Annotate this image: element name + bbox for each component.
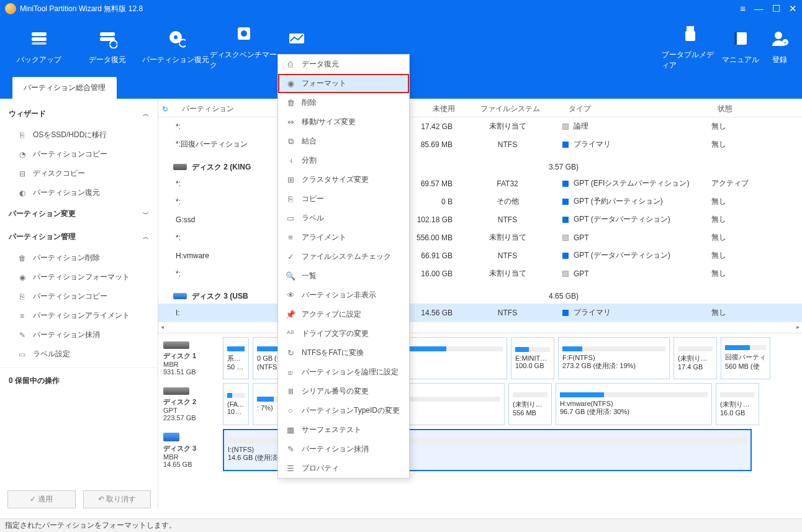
context-item-wipe[interactable]: ✎ パーティション抹消 [278,440,409,459]
col-state[interactable]: 状態 [710,104,785,114]
context-item-merge[interactable]: ⧉ 結合 [278,132,409,151]
cell-filesystem: 未割り当て [456,232,559,243]
sidebar-item-partition-align[interactable]: ≡パーティションアライメント [0,306,158,325]
table-row[interactable]: G:ssd 2 GB 102.18 GB NTFS GPT (データパーティショ… [158,210,802,228]
diskmap-block[interactable]: (未割り当て)16.0 GB [716,383,759,425]
table-row[interactable]: *: MB 69.57 MB FAT32 GPT (EFIシステムパーティション… [158,174,802,192]
context-item-properties[interactable]: ☰ プロパティ [278,459,409,478]
table-row[interactable]: *:回復パーティション MB 85.69 MB NTFS プライマリ 無し [158,135,802,153]
col-type[interactable]: タイプ [561,104,710,114]
surface-test-icon: ▦ [286,425,295,435]
data-recovery-icon [97,29,117,48]
alignment-icon: ≡ [286,233,295,243]
diskmap-block[interactable]: (未割り当て)17.4 GB [674,337,717,379]
toolbar-backup[interactable]: バックアップ [5,17,73,76]
diskmap-block[interactable]: (FAT32)100 MB [223,383,249,425]
sidebar-item-disk-copy[interactable]: ⊟ディスクコピー [0,164,158,183]
table-row[interactable]: *: MB 0 B その他 GPT (予約パーティション) 無し [158,192,802,210]
sidebar-item-partition-copy[interactable]: ◔パーティションコピー [0,145,158,164]
table-row[interactable]: I: MB 14.56 GB NTFS プライマリ 無し [158,304,802,322]
toolbar-register[interactable]: + 登録 [762,17,797,76]
disk-header-3[interactable]: ディスク 3 (USB 4.65 GB) [158,282,802,304]
context-item-ntfs-to-fat[interactable]: ↻ NTFSをFATに変換 [278,343,409,363]
toolbar-bootable-media[interactable]: ブータブルメディア [662,17,719,76]
disk-header-2[interactable]: ディスク 2 (KING3.57 GB) [158,153,802,174]
toolbar-manual[interactable]: マニュアル [719,17,762,76]
tab-partition-management[interactable]: パーティション総合管理 [12,77,117,99]
toolbar-partition-recovery[interactable]: パーティション復元 [142,17,210,76]
col-filesystem[interactable]: ファイルシステム [459,104,561,114]
toolbar-label: バックアップ [17,55,61,65]
sidebar-item-partition-delete[interactable]: 🗑パーティション削除 [0,248,158,268]
context-item-data-recovery[interactable]: ⎙ データ復元 [278,55,409,74]
table-row[interactable]: *: 0 B 556.00 MB 未割り当て GPT 無し [158,228,802,246]
context-item-move-resize[interactable]: ⇔ 移動/サイズ変更 [278,112,409,132]
sidebar-item-migrate-os[interactable]: ⎘OSをSSD/HDDに移行 [0,125,158,145]
context-item-set-active[interactable]: 📌 アクティブに設定 [278,305,409,324]
context-item-cluster-size[interactable]: ⊞ クラスタサイズ変更 [278,170,409,189]
sidebar-item-partition-recover[interactable]: ◐パーティション復元 [0,183,158,202]
context-item-alignment[interactable]: ≡ アライメント [278,228,409,247]
minimize-button[interactable]: — [754,3,764,14]
context-item-list[interactable]: 🔍 一覧 [278,266,409,286]
sidebar-item-label: パーティション抹消 [33,330,100,340]
table-row[interactable]: H:vmware 0 GB 66.91 GB NTFS GPT (データパーティ… [158,246,802,264]
type-color-icon [562,199,569,205]
context-item-surface-test[interactable]: ▦ サーフェステスト [278,420,409,440]
horizontal-scrollbar[interactable]: ◂▸ [158,322,802,331]
type-color-icon [562,310,569,316]
diskmap-block[interactable]: E:MINITOO100.0 GB [511,337,554,379]
context-item-change-typeid[interactable]: ○ パーティションTypeIDの変更 [278,401,409,420]
diskmap-block[interactable]: H:vmware(NTFS)96.7 GB (使用済: 30%) [556,383,712,425]
type-color-icon [562,142,569,148]
table-row[interactable]: *: 0 B 16.00 GB 未割り当て GPT 無し [158,264,802,282]
undo-button[interactable]: ↶ 取り消す [83,490,151,508]
svg-point-14 [775,32,782,39]
context-menu: ⎙ データ復元 ◉ フォーマット 🗑 削除 ⇔ 移動/サイズ変更 ⧉ 結合 ⫞ … [277,54,410,479]
sidebar-item-label: ラベル設定 [33,349,70,359]
usb-icon [680,24,700,43]
sidebar-item-partition-format[interactable]: ◉パーティションフォーマット [0,268,158,287]
diskmap-row: ディスク 2GPT223.57 GB (FAT32)100 MB : 7%) (… [162,383,798,425]
sidebar: ウィザード ︿ ⎘OSをSSD/HDDに移行 ◔パーティションコピー ⊟ディスク… [0,99,158,508]
context-item-split[interactable]: ⫞ 分割 [278,151,409,170]
sidebar-group-partition-manage[interactable]: パーティション管理 ︿ [0,225,158,248]
refresh-icon[interactable]: ↻ [158,105,167,114]
sidebar-group-wizard[interactable]: ウィザード ︿ [0,102,158,125]
context-item-fs-check[interactable]: ✓ ファイルシステムチェック [278,247,409,266]
context-item-label: プロパティ [302,463,339,474]
cell-state: 無し [708,307,782,318]
context-item-change-serial[interactable]: Ⅲ シリアル番号の変更 [278,382,409,401]
sidebar-group-partition-change[interactable]: パーティション変更 ﹀ [0,202,158,225]
sidebar-item-label: ディスクコピー [33,168,85,179]
menu-icon[interactable]: ≡ [740,3,746,14]
maximize-button[interactable]: ☐ [772,3,780,14]
context-item-delete[interactable]: 🗑 削除 [278,93,409,112]
table-row[interactable]: *: 0 B 17.42 GB 未割り当て 論理 無し [158,117,802,135]
sidebar-item-label-set[interactable]: ▭ラベル設定 [0,345,158,364]
diskmap-block[interactable]: 回復パーティ560 MB (使 [721,337,770,379]
diskmap-block[interactable]: (未割り当て)556 MB [508,383,552,425]
group-title: パーティション管理 [9,232,76,242]
sidebar-item-label: パーティションコピー [33,149,107,160]
toolbar-data-recovery[interactable]: データ復元 [73,17,142,76]
content-area: ↻ パーティション 未使用 ファイルシステム タイプ 状態 *: 0 B 17.… [158,99,802,508]
diskmap-block[interactable]: F:F(NTFS)273.2 GB (使用済: 19%) [558,337,670,379]
cell-type: GPT (予約パーティション) [559,196,708,207]
sidebar-item-partition-copy2[interactable]: ⎘パーティションコピー [0,287,158,306]
context-item-change-letter[interactable]: ᴬᴮ ドライブ文字の変更 [278,324,409,343]
sidebar-item-partition-wipe[interactable]: ✎パーティション抹消 [0,325,158,345]
toolbar-disk-benchmark[interactable]: ディスクベンチマーク [210,17,278,76]
diskmap-block[interactable]: 系?保留50 MB [223,337,249,379]
context-item-label[interactable]: ▭ ラベル [278,209,409,228]
context-item-hide[interactable]: 👁 パーティション非表示 [278,286,409,305]
context-item-set-logical[interactable]: ⎄ パーティションを論理に設定 [278,363,409,382]
context-item-format[interactable]: ◉ フォーマット [278,74,409,93]
apply-button[interactable]: ✓ 適用 [7,490,76,508]
close-button[interactable]: ✕ [789,3,797,14]
app-logo-icon [5,3,16,14]
cell-type: GPT [559,233,708,242]
type-color-icon [562,253,569,259]
context-item-copy[interactable]: ⎘ コピー [278,189,409,209]
toolbar-label: マニュアル [722,55,759,65]
